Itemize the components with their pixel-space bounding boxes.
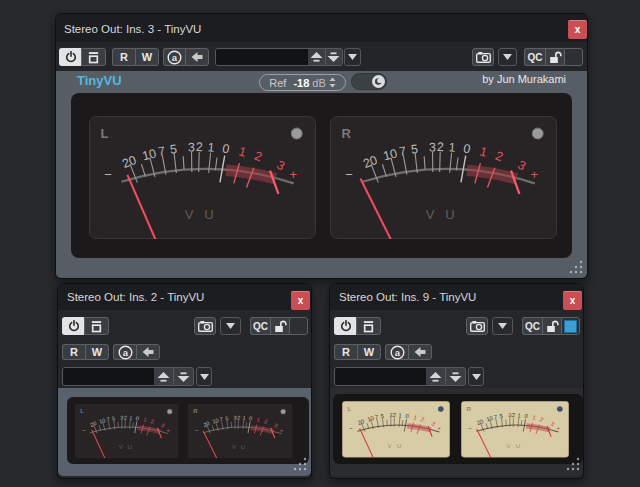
svg-text:+: + <box>280 427 284 433</box>
svg-text:5: 5 <box>225 415 229 421</box>
svg-text:a: a <box>394 347 400 358</box>
svg-text:1: 1 <box>207 140 215 155</box>
svg-text:3: 3 <box>120 415 123 421</box>
svg-text:3: 3 <box>188 140 195 154</box>
svg-text:L: L <box>80 409 84 415</box>
svg-text:2: 2 <box>392 412 395 418</box>
svg-text:+: + <box>531 167 539 182</box>
svg-text:U: U <box>204 207 213 222</box>
svg-text:U: U <box>515 443 519 449</box>
svg-text:1: 1 <box>448 140 456 155</box>
svg-text:+: + <box>290 167 298 182</box>
svg-text:5: 5 <box>499 413 503 419</box>
svg-text:−: − <box>349 425 353 431</box>
svg-text:2: 2 <box>196 140 203 154</box>
svg-text:−: − <box>345 167 353 182</box>
svg-text:U: U <box>127 444 131 450</box>
svg-text:U: U <box>396 443 400 449</box>
svg-text:R: R <box>342 126 352 141</box>
svg-text:U: U <box>445 207 454 222</box>
svg-text:V: V <box>185 207 194 222</box>
svg-text:2: 2 <box>123 415 126 421</box>
svg-text:L: L <box>101 126 109 141</box>
svg-text:−: − <box>195 427 199 433</box>
svg-text:R: R <box>466 406 471 412</box>
svg-text:−: − <box>468 425 472 431</box>
svg-text:3: 3 <box>429 140 436 154</box>
svg-text:2: 2 <box>237 415 240 421</box>
svg-text:1: 1 <box>242 415 246 421</box>
svg-text:a: a <box>122 347 128 358</box>
svg-text:+: + <box>556 425 560 431</box>
svg-text:−: − <box>104 167 112 182</box>
svg-text:1: 1 <box>128 415 132 421</box>
svg-text:2: 2 <box>511 412 514 418</box>
svg-text:3: 3 <box>389 412 392 418</box>
svg-text:V: V <box>118 444 122 450</box>
svg-text:U: U <box>241 444 245 450</box>
svg-text:1: 1 <box>398 412 402 418</box>
svg-text:a: a <box>172 52 178 63</box>
svg-text:1: 1 <box>517 412 521 418</box>
svg-text:+: + <box>437 425 441 431</box>
svg-text:3: 3 <box>508 412 511 418</box>
svg-text:3: 3 <box>233 415 236 421</box>
svg-text:V: V <box>232 444 236 450</box>
svg-text:5: 5 <box>380 413 384 419</box>
svg-text:V: V <box>426 207 435 222</box>
svg-text:L: L <box>347 406 351 412</box>
svg-text:2: 2 <box>437 140 444 154</box>
